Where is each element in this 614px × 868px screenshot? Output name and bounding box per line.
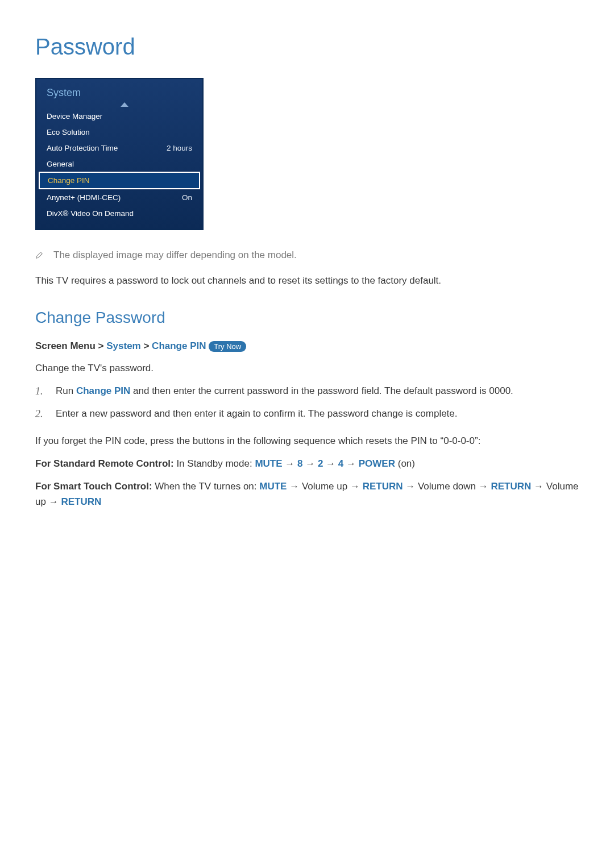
menu-item-general[interactable]: General: [36, 156, 202, 172]
sequence-key: RETURN: [363, 481, 403, 492]
sequence-label: For Standard Remote Control:: [35, 458, 174, 469]
steps-list: 1. Run Change PIN and then enter the cur…: [35, 384, 580, 422]
reset-note: If you forget the PIN code, press the bu…: [35, 434, 580, 448]
sequence-body: MUTE → 8 → 2 → 4 → POWER (on): [255, 458, 415, 469]
breadcrumb: Screen Menu > System > Change PIN Try No…: [35, 340, 580, 352]
try-now-badge[interactable]: Try Now: [209, 341, 246, 352]
arrow-icon: →: [403, 481, 418, 492]
menu-item-label: General: [47, 160, 74, 168]
step-content: Enter a new password and then enter it a…: [56, 406, 580, 422]
arrow-icon: →: [531, 481, 546, 492]
menu-item-label: Device Manager: [47, 112, 102, 121]
sequence-key: 4: [338, 458, 343, 469]
arrow-icon: →: [46, 496, 61, 507]
system-menu-header: System: [36, 79, 202, 108]
menu-item-eco-solution[interactable]: Eco Solution: [36, 124, 202, 140]
arrow-icon: →: [283, 458, 297, 469]
sequence-key: 2: [318, 458, 323, 469]
arrow-icon: →: [287, 481, 301, 492]
change-intro: Change the TV's password.: [35, 361, 580, 376]
sequence-key: MUTE: [255, 458, 282, 469]
page-title: Password: [35, 34, 580, 60]
menu-item-value: 2 hours: [167, 144, 192, 152]
arrow-icon: →: [323, 458, 338, 469]
note-line: The displayed image may differ depending…: [35, 250, 580, 261]
arrow-icon: →: [347, 481, 362, 492]
arrow-icon: →: [343, 458, 358, 469]
sequence-key: RETURN: [61, 496, 101, 507]
menu-item-divx[interactable]: DivX® Video On Demand: [36, 205, 202, 221]
arrow-icon: →: [302, 458, 317, 469]
breadcrumb-prefix: Screen Menu: [35, 340, 96, 351]
sequence-key: POWER: [359, 458, 395, 469]
pen-icon: [35, 251, 43, 259]
step-number: 1.: [35, 384, 47, 400]
menu-item-label: Eco Solution: [47, 128, 90, 136]
step-item: 2. Enter a new password and then enter i…: [35, 406, 580, 422]
breadcrumb-system[interactable]: System: [106, 340, 140, 351]
step-prefix: Run: [56, 385, 76, 396]
sequence-text: Volume up: [302, 481, 347, 492]
intro-paragraph: This TV requires a password to lock out …: [35, 273, 580, 288]
note-text: The displayed image may differ depending…: [53, 250, 297, 261]
step-rest: and then enter the current password in t…: [130, 385, 513, 396]
sequence-standard-remote: For Standard Remote Control: In Standby …: [35, 456, 580, 471]
menu-item-label: Anynet+ (HDMI-CEC): [47, 193, 121, 202]
breadcrumb-sep: >: [98, 340, 104, 351]
sequence-text: Volume down: [418, 481, 476, 492]
section-title: Change Password: [35, 309, 580, 327]
system-menu-title: System: [47, 87, 81, 98]
sequence-label: For Smart Touch Control:: [35, 481, 152, 492]
chevron-up-icon[interactable]: [121, 102, 128, 107]
breadcrumb-sep: >: [143, 340, 149, 351]
sequence-key: MUTE: [259, 481, 287, 492]
menu-spacer: [36, 221, 202, 229]
menu-item-value: On: [182, 193, 192, 202]
menu-item-anynet[interactable]: Anynet+ (HDMI-CEC) On: [36, 189, 202, 205]
system-menu: System Device Manager Eco Solution Auto …: [35, 78, 204, 230]
menu-item-label: Auto Protection Time: [47, 144, 118, 152]
step-item: 1. Run Change PIN and then enter the cur…: [35, 384, 580, 400]
breadcrumb-change-pin[interactable]: Change PIN: [152, 340, 206, 351]
sequence-text: (on): [395, 458, 415, 469]
menu-item-change-pin[interactable]: Change PIN: [39, 172, 200, 189]
step-number: 2.: [35, 406, 47, 422]
arrow-icon: →: [476, 481, 491, 492]
sequence-key: RETURN: [491, 481, 532, 492]
step-rest: Enter a new password and then enter it a…: [56, 408, 458, 419]
menu-item-label: Change PIN: [48, 176, 90, 185]
sequence-prefix: In Standby mode:: [174, 458, 255, 469]
menu-item-label: DivX® Video On Demand: [47, 209, 134, 218]
step-highlight-change-pin[interactable]: Change PIN: [76, 385, 130, 396]
menu-item-device-manager[interactable]: Device Manager: [36, 108, 202, 124]
step-content: Run Change PIN and then enter the curren…: [56, 384, 580, 400]
sequence-smart-touch: For Smart Touch Control: When the TV tur…: [35, 479, 580, 509]
menu-item-auto-protection-time[interactable]: Auto Protection Time 2 hours: [36, 140, 202, 156]
sequence-prefix: When the TV turnes on:: [152, 481, 260, 492]
